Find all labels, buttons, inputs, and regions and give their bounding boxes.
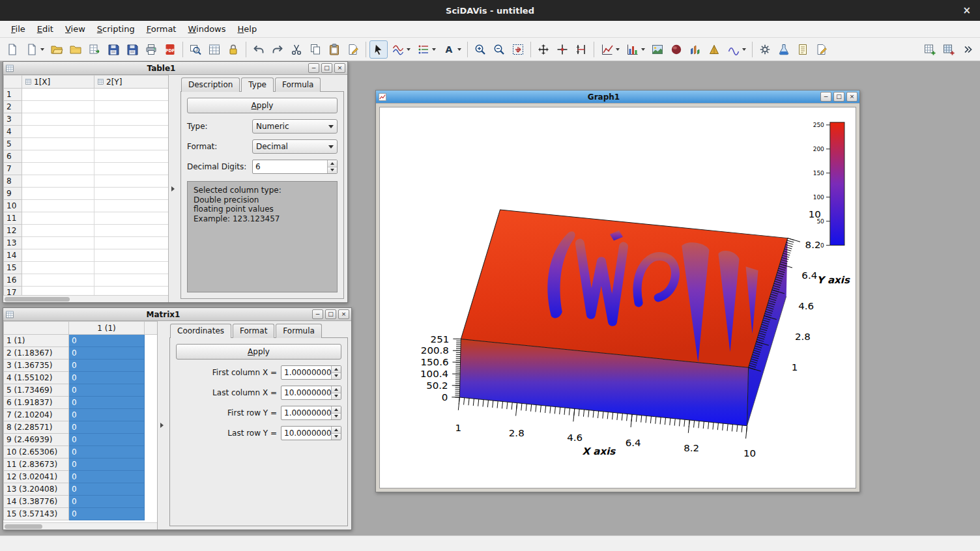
menu-view[interactable]: View	[59, 21, 91, 37]
rescale-to-show-all-button[interactable]	[509, 40, 527, 59]
menu-format[interactable]: Format	[141, 21, 182, 37]
matrix1-tab-formula[interactable]: Formula	[276, 324, 322, 338]
cell[interactable]	[94, 225, 169, 237]
cell[interactable]	[22, 237, 94, 249]
spin-down-button[interactable]	[332, 414, 341, 420]
style-tools-button[interactable]	[414, 40, 439, 59]
row-number[interactable]: 12	[4, 225, 22, 237]
maximize-button[interactable]: □	[833, 92, 844, 102]
row-header[interactable]: 10 (2.65306)	[4, 446, 69, 459]
results-log-button[interactable]	[205, 40, 223, 59]
cell[interactable]	[94, 200, 169, 212]
new-matrix-button[interactable]	[940, 40, 958, 59]
matrix-cell[interactable]: 0	[69, 496, 145, 508]
redo-button[interactable]	[268, 40, 287, 59]
plot-3d-ribbon-button[interactable]	[705, 40, 723, 59]
app-close-button[interactable]: ×	[962, 5, 971, 16]
undo-button[interactable]	[250, 40, 268, 59]
copy-selection-button[interactable]	[306, 40, 324, 59]
cell[interactable]	[94, 175, 169, 188]
cell[interactable]	[22, 262, 94, 274]
decimal-digits-spinner[interactable]: 6	[252, 160, 338, 174]
row-number[interactable]: 6	[4, 150, 22, 163]
edit-function-button[interactable]	[344, 40, 362, 59]
matrix1-tab-format[interactable]: Format	[233, 324, 274, 338]
plot-image-button[interactable]	[648, 40, 667, 59]
cell[interactable]	[94, 274, 169, 287]
lock-toolbars-button[interactable]	[224, 40, 242, 59]
cell[interactable]	[22, 200, 94, 212]
cell[interactable]	[94, 150, 169, 163]
cell[interactable]	[22, 101, 94, 113]
plot-wizard-button[interactable]	[756, 40, 774, 59]
cell[interactable]	[22, 113, 94, 126]
matrix-cell[interactable]: 0	[69, 347, 145, 360]
row-number[interactable]: 4	[4, 126, 22, 138]
cell[interactable]	[22, 225, 94, 237]
minimize-button[interactable]: −	[312, 309, 323, 319]
spin-up-button[interactable]	[332, 427, 341, 434]
cell[interactable]	[94, 287, 169, 296]
cut-selection-button[interactable]	[287, 40, 306, 59]
matrix-cell[interactable]: 0	[69, 446, 145, 459]
spin-up-button[interactable]	[332, 386, 341, 393]
row-number[interactable]: 15	[4, 262, 22, 274]
plot-3d-bars-button[interactable]	[686, 40, 704, 59]
import-ascii-button[interactable]	[85, 40, 104, 59]
matrix-cell[interactable]: 0	[69, 421, 145, 434]
table1-hscrollbar[interactable]	[3, 295, 168, 302]
spin-up-button[interactable]	[332, 366, 341, 373]
matrix-cell[interactable]: 0	[69, 471, 145, 483]
first-row-y-spinner[interactable]: 1.00000000	[281, 406, 341, 420]
spin-down-button[interactable]	[332, 373, 341, 380]
matrix-cell[interactable]: 0	[69, 372, 145, 384]
cell[interactable]	[94, 163, 169, 175]
row-header[interactable]: 13 (3.20408)	[4, 483, 69, 496]
data-reader-button[interactable]	[553, 40, 571, 59]
cell[interactable]	[22, 89, 94, 101]
select-data-range-button[interactable]	[572, 40, 590, 59]
matrix1-hscrollbar[interactable]	[3, 522, 157, 530]
plot-special-button[interactable]	[724, 40, 749, 59]
cell[interactable]	[94, 126, 169, 138]
format-combo[interactable]: Decimal	[252, 139, 338, 154]
zoom-in-button[interactable]	[471, 40, 489, 59]
matrix1-splitter[interactable]	[158, 321, 166, 530]
row-header[interactable]: 14 (3.38776)	[4, 496, 69, 508]
matrix-column-header[interactable]: 1 (1)	[69, 322, 145, 335]
row-header[interactable]: 2 (1.18367)	[4, 347, 69, 360]
cell[interactable]	[22, 287, 94, 296]
print-button[interactable]	[142, 40, 160, 59]
open-template-button[interactable]	[66, 40, 85, 59]
maximize-button[interactable]: □	[325, 309, 336, 319]
table1-tab-type[interactable]: Type	[241, 78, 274, 92]
open-project-button[interactable]	[48, 40, 66, 59]
type-combo[interactable]: Numeric	[252, 119, 338, 134]
last-row-y-spinner[interactable]: 10.0000000	[281, 426, 341, 440]
cell[interactable]	[94, 237, 169, 249]
matrix-cell[interactable]: 0	[69, 360, 145, 372]
matrix-cell[interactable]: 0	[69, 508, 145, 520]
menu-file[interactable]: File	[5, 21, 31, 37]
row-header[interactable]: 15 (3.57143)	[4, 508, 69, 520]
project-explorer-button[interactable]	[186, 40, 205, 59]
spin-up-button[interactable]	[328, 160, 337, 167]
minimize-button[interactable]: −	[820, 92, 831, 102]
apply-button[interactable]: Apply	[187, 98, 338, 113]
scrollbar-thumb[interactable]	[5, 524, 42, 529]
row-header[interactable]: 12 (3.02041)	[4, 471, 69, 483]
new-note-button[interactable]	[794, 40, 812, 59]
row-header[interactable]: 11 (2.83673)	[4, 459, 69, 471]
cell[interactable]	[22, 150, 94, 163]
apply-button[interactable]: Apply	[176, 344, 341, 360]
graph1-titlebar[interactable]: Graph1 − □ ×	[376, 91, 859, 104]
minimize-button[interactable]: −	[308, 63, 319, 73]
plot-pie-button[interactable]	[667, 40, 685, 59]
last-column-x-spinner[interactable]: 10.0000000	[281, 386, 341, 400]
script-window-button[interactable]	[813, 40, 831, 59]
cell[interactable]	[94, 89, 169, 101]
matrix1-titlebar[interactable]: Matrix1 − □ ×	[3, 308, 351, 321]
new-table-button[interactable]	[921, 40, 939, 59]
paste-selection-button[interactable]	[325, 40, 343, 59]
cell[interactable]	[94, 113, 169, 126]
